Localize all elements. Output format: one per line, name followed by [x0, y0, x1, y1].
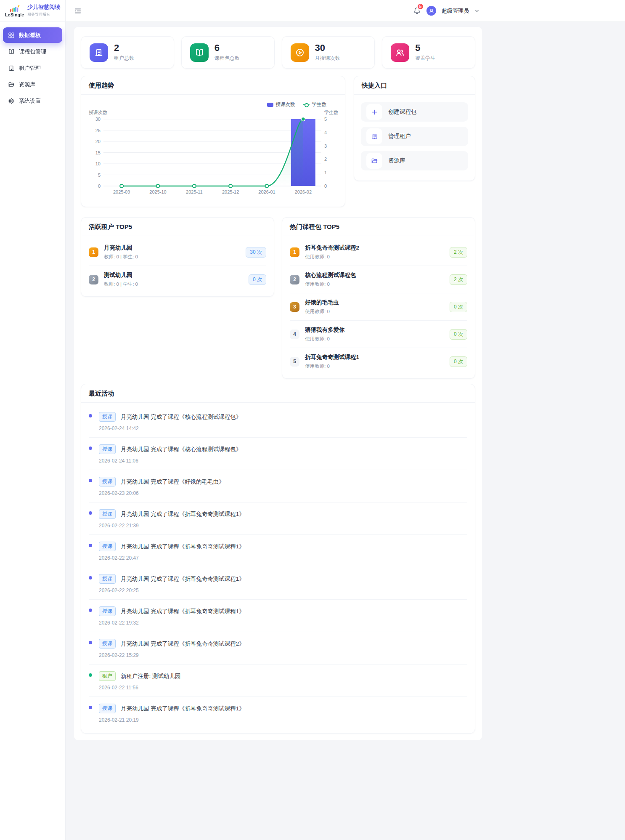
- avatar[interactable]: [426, 6, 436, 16]
- hot-courses-list: 1 折耳兔奇奇测试课程2 使用教师: 0 2 次 2 核心流程测试课程包 使用教…: [282, 236, 475, 378]
- legend-item: 学生数: [303, 101, 327, 108]
- svg-text:20: 20: [95, 139, 101, 144]
- quick-entry-label: 创建课程包: [388, 108, 417, 116]
- svg-text:10: 10: [95, 161, 101, 166]
- stat-value: 30: [315, 43, 340, 53]
- legend-label: 授课次数: [276, 101, 295, 108]
- sidebar-menu: 数据看板 课程包管理 租户管理 资源库 系统设置: [0, 22, 65, 114]
- count-badge: 30 次: [246, 247, 266, 258]
- chart-point: [156, 184, 160, 188]
- menu-fold-icon[interactable]: [74, 7, 82, 15]
- user-name[interactable]: 超级管理员: [442, 7, 469, 15]
- main-content: 2 租户总数 6 课程包总数 30 月授课次数 5 覆盖学生 使用: [66, 22, 625, 740]
- topbar-right: 5 超级管理员: [413, 6, 479, 16]
- rank-name: 测试幼儿园: [104, 271, 243, 279]
- rank-badge: 2: [290, 275, 299, 284]
- activity-row: 授课 月亮幼儿园 完成了课程《好饿的毛毛虫》 2026-02-23 20:06: [89, 470, 467, 502]
- svg-text:2026-01: 2026-01: [258, 189, 275, 194]
- activity-tag: 授课: [99, 639, 116, 649]
- activity-dot: [89, 544, 92, 547]
- legend-item: 授课次数: [267, 101, 295, 108]
- recent-activity-list: 授课 月亮幼儿园 完成了课程《核心流程测试课程包》 2026-02-24 14:…: [81, 403, 475, 733]
- rank-name: 折耳兔奇奇测试课程2: [305, 244, 444, 252]
- quick-entry-resource-library[interactable]: 资源库: [361, 151, 468, 170]
- activity-row: 租户 新租户注册: 测试幼儿园 2026-02-22 11:56: [89, 665, 467, 697]
- count-badge: 0 次: [450, 329, 467, 340]
- rank-badge: 5: [290, 357, 299, 367]
- activity-time: 2026-02-21 20:19: [99, 717, 467, 723]
- right-axis-name: 学生数: [324, 110, 338, 115]
- lesingle-logo: LeSingle: [5, 5, 24, 17]
- sidebar-item-settings[interactable]: 系统设置: [3, 93, 62, 109]
- activity-tag: 租户: [99, 671, 116, 681]
- svg-text:4: 4: [324, 130, 327, 135]
- sidebar-item-label: 课程包管理: [19, 48, 46, 56]
- book-icon: [8, 48, 15, 55]
- topbar: 5 超级管理员: [66, 0, 625, 22]
- rank-meta: 教师: 0 | 学生: 0: [104, 254, 240, 260]
- activity-row: 授课 月亮幼儿园 完成了课程《核心流程测试课程包》 2026-02-24 11:…: [89, 438, 467, 470]
- rank-meta: 使用教师: 0: [305, 281, 444, 287]
- count-badge: 0 次: [450, 356, 467, 367]
- count-badge: 0 次: [249, 274, 266, 285]
- activity-tag: 授课: [99, 444, 116, 454]
- left-axis-name: 授课次数: [89, 110, 107, 115]
- stat-value: 5: [415, 43, 435, 53]
- activity-text: 月亮幼儿园 完成了课程《核心流程测试课程包》: [121, 413, 241, 421]
- quick-entry-create-course-package[interactable]: 创建课程包: [361, 102, 468, 122]
- course-row: 3 好饿的毛毛虫 使用教师: 0 0 次: [290, 293, 467, 321]
- usage-trend-chart: 授课次数学生数0510152025300123452025-092025-102…: [89, 109, 338, 198]
- count-badge: 0 次: [450, 302, 467, 312]
- rank-name: 月亮幼儿园: [104, 244, 240, 252]
- sidebar-item-tenants[interactable]: 租户管理: [3, 60, 62, 76]
- activity-time: 2026-02-24 14:42: [99, 425, 467, 431]
- quick-entry-manage-tenants[interactable]: 管理租户: [361, 127, 468, 146]
- usage-trend-title: 使用趋势: [81, 76, 345, 95]
- count-badge: 2 次: [450, 274, 467, 285]
- stat-value: 6: [215, 43, 240, 53]
- svg-text:1: 1: [324, 170, 327, 175]
- svg-text:2025-09: 2025-09: [113, 189, 130, 194]
- chart-point: [193, 184, 196, 188]
- activity-row: 授课 月亮幼儿园 完成了课程《折耳兔奇奇测试课程1》 2026-02-22 19…: [89, 600, 467, 632]
- sidebar-item-dashboard[interactable]: 数据看板: [3, 27, 62, 43]
- activity-text: 月亮幼儿园 完成了课程《折耳兔奇奇测试课程1》: [121, 543, 245, 550]
- activity-dot: [89, 414, 92, 417]
- chevron-down-icon[interactable]: [474, 8, 479, 13]
- notifications-button[interactable]: 5: [413, 7, 421, 15]
- legend-bar-swatch: [267, 103, 273, 107]
- activity-dot: [89, 511, 92, 515]
- usage-trend-card: 使用趋势 授课次数学生数 授课次数学生数05101520253001234520…: [81, 76, 345, 207]
- chart-point: [229, 184, 232, 188]
- activity-dot: [89, 706, 92, 709]
- activity-dot: [89, 447, 92, 450]
- activity-tag: 授课: [99, 509, 116, 519]
- activity-tag: 授课: [99, 542, 116, 551]
- folder-icon: [8, 81, 15, 88]
- sidebar-item-resources[interactable]: 资源库: [3, 77, 62, 92]
- activity-row: 授课 月亮幼儿园 完成了课程《折耳兔奇奇测试课程1》 2026-02-22 20…: [89, 535, 467, 567]
- sidebar-item-course-packages[interactable]: 课程包管理: [3, 44, 62, 59]
- activity-dot: [89, 641, 92, 644]
- svg-text:2025-11: 2025-11: [186, 189, 203, 194]
- app-title: 少儿智慧阅读: [27, 4, 60, 11]
- stat-card-course-total: 6 课程包总数: [181, 36, 275, 69]
- stats-row: 2 租户总数 6 课程包总数 30 月授课次数 5 覆盖学生: [81, 36, 475, 69]
- rank-badge: 3: [290, 302, 299, 312]
- building-icon: [366, 128, 382, 144]
- chart-point: [265, 184, 269, 188]
- rank-badge: 1: [290, 247, 299, 257]
- svg-text:2: 2: [324, 157, 327, 162]
- activity-dot: [89, 609, 92, 612]
- activity-tag: 授课: [99, 606, 116, 616]
- sidebar-item-label: 数据看板: [19, 32, 41, 39]
- quick-entry-list: 创建课程包 管理租户 资源库: [354, 95, 475, 170]
- rank-meta: 使用教师: 0: [305, 254, 444, 260]
- svg-text:30: 30: [95, 117, 101, 122]
- legend-line-swatch: [303, 103, 310, 107]
- chart-point: [301, 117, 305, 121]
- activity-tag: 授课: [99, 704, 116, 713]
- svg-text:5: 5: [324, 117, 327, 122]
- plus-icon: [366, 104, 382, 120]
- quick-entry-title: 快捷入口: [354, 76, 475, 95]
